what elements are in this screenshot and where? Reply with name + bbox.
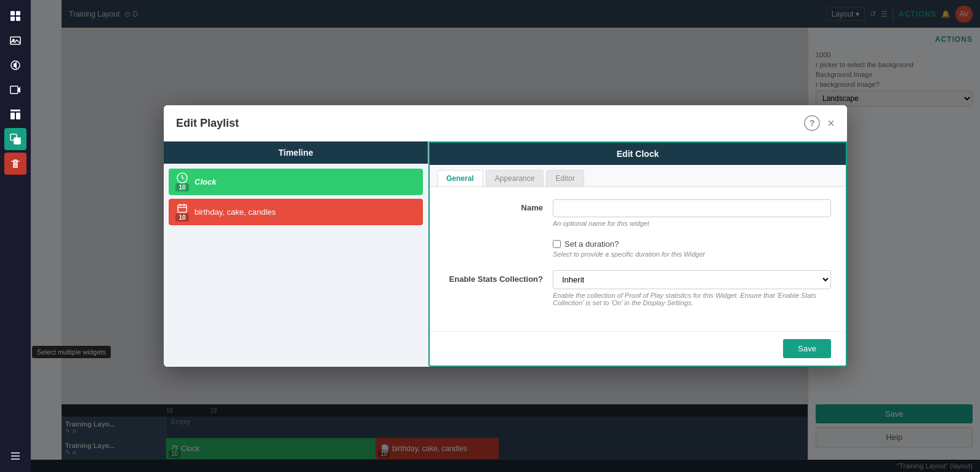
edit-playlist-modal: Edit Playlist ? × Timeline — [164, 105, 847, 367]
svg-rect-19 — [178, 205, 187, 212]
modal-header: Edit Playlist ? × — [164, 105, 847, 142]
svg-line-18 — [182, 178, 184, 179]
timeline-item-clock[interactable]: 10 Clock — [169, 169, 423, 195]
duration-checkbox[interactable] — [553, 240, 561, 248]
form-row-stats: Enable Stats Collection? Inherit On Off … — [444, 270, 831, 306]
edit-panel-header: Edit Clock — [430, 143, 846, 165]
modal-body: Timeline 10 Clock — [164, 142, 847, 367]
modal-close-button[interactable]: × — [827, 117, 835, 129]
edit-panel-footer: Save — [430, 331, 846, 366]
sidebar-item-media[interactable] — [4, 30, 26, 52]
svg-rect-3 — [16, 17, 20, 21]
timeline-item-bday[interactable]: 10 birthday, cake, candles — [169, 199, 423, 225]
edit-panel-body: Name An optional name for this widget — [430, 187, 846, 331]
sidebar-item-layouts[interactable] — [4, 103, 26, 126]
form-label-name: Name — [444, 199, 543, 212]
sidebar — [0, 0, 31, 472]
duration-hint: Select to provide a specific duration fo… — [553, 250, 705, 258]
tab-appearance[interactable]: Appearance — [486, 170, 544, 186]
modal-help-button[interactable]: ? — [804, 115, 820, 131]
duration-label: Set a duration? — [564, 239, 619, 249]
form-control-name: An optional name for this widget — [553, 199, 831, 227]
tab-editor[interactable]: Editor — [546, 170, 584, 186]
sidebar-item-video[interactable] — [4, 79, 26, 101]
stats-collection-select[interactable]: Inherit On Off — [553, 270, 831, 289]
form-row-duration: Set a duration? Select to provide a spec… — [444, 239, 831, 258]
name-input[interactable] — [553, 199, 831, 217]
svg-rect-4 — [10, 37, 20, 44]
sidebar-item-dashboard[interactable] — [4, 5, 26, 27]
svg-rect-0 — [10, 11, 15, 15]
bday-item-name: birthday, cake, candles — [195, 207, 276, 217]
sidebar-item-audio[interactable] — [4, 54, 26, 76]
edit-clock-panel: Edit Clock General Appearance Editor Nam… — [428, 142, 847, 367]
form-label-stats: Enable Stats Collection? — [444, 270, 543, 285]
svg-rect-2 — [10, 17, 15, 21]
stats-hint: Enable the collection of Proof of Play s… — [553, 292, 831, 306]
sidebar-item-select-multiple[interactable] — [4, 128, 26, 150]
modal-title: Edit Playlist — [176, 117, 804, 130]
svg-rect-12 — [14, 138, 20, 144]
clock-item-name: Clock — [195, 177, 216, 186]
modal-timeline-content: 10 Clock 10 — [164, 164, 428, 367]
modal-overlay: Edit Playlist ? × Timeline — [31, 0, 980, 472]
bday-item-badge: 10 — [175, 214, 188, 222]
form-control-stats: Inherit On Off Enable the collection of … — [553, 270, 831, 306]
tab-general[interactable]: General — [437, 170, 483, 186]
svg-rect-1 — [16, 11, 20, 15]
svg-rect-10 — [16, 113, 20, 119]
sidebar-item-delete[interactable] — [4, 153, 26, 175]
svg-rect-9 — [10, 113, 15, 119]
name-hint: An optional name for this widget — [553, 220, 831, 227]
modal-header-actions: ? × — [804, 115, 835, 131]
edit-panel-tabs: General Appearance Editor — [430, 165, 846, 187]
sidebar-item-menu[interactable] — [4, 445, 26, 467]
edit-panel-save-button[interactable]: Save — [783, 339, 831, 358]
svg-rect-8 — [10, 110, 20, 111]
form-row-name: Name An optional name for this widget — [444, 199, 831, 227]
modal-timeline-header: Timeline — [164, 142, 428, 164]
modal-timeline-panel: Timeline 10 Clock — [164, 142, 428, 367]
clock-item-badge: 10 — [175, 183, 188, 191]
svg-rect-7 — [10, 86, 18, 94]
